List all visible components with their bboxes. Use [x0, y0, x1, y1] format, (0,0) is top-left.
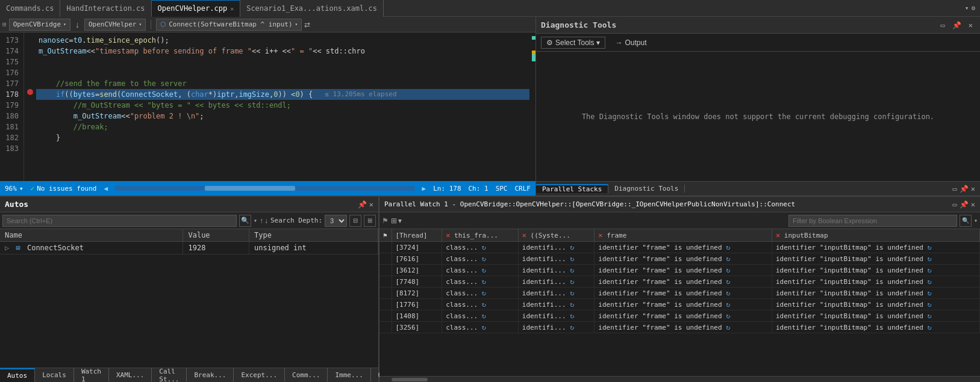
refresh-icon[interactable]: ↻	[570, 243, 574, 251]
code-content[interactable]: nanosec = t0.time_since_epoch(); m_OutSt…	[36, 32, 532, 181]
col-this-fra[interactable]: ✕ this_fra...	[442, 229, 519, 242]
panel-pin-icon[interactable]: 📌	[960, 185, 969, 193]
refresh-icon[interactable]: ↻	[726, 243, 730, 251]
tab-opencvhelper-cpp[interactable]: OpenCVHelper.cpp ✕	[152, 0, 241, 17]
refresh-icon[interactable]: ↻	[482, 266, 486, 274]
expand-icon[interactable]: ▷	[5, 244, 9, 252]
refresh-icon[interactable]: ↻	[928, 323, 932, 331]
parallel-table-container[interactable]: ⚑ [Thread] ✕ this_fra... ✕ ((Syste... ✕ …	[379, 229, 980, 376]
filter-dropdown-icon[interactable]: ▾	[974, 217, 978, 224]
tab-except[interactable]: Except...	[234, 368, 285, 382]
refresh-icon[interactable]: ↻	[570, 323, 574, 331]
tab-imme[interactable]: Imme...	[328, 368, 370, 382]
refresh-icon[interactable]: ↻	[570, 254, 574, 263]
refresh-icon[interactable]: ↻	[726, 323, 730, 331]
refresh-icon[interactable]: ↻	[928, 300, 932, 309]
sync-button[interactable]: ⇄	[304, 20, 310, 29]
tab-break[interactable]: Break...	[187, 368, 234, 382]
refresh-icon[interactable]: ↻	[726, 312, 730, 320]
col-type[interactable]: Type	[249, 229, 378, 242]
tab-scenario1[interactable]: Scenario1_Exa...ations.xaml.cs	[240, 0, 384, 17]
flag-button[interactable]: ⚑	[382, 217, 389, 225]
refresh-icon[interactable]: ↻	[482, 312, 486, 320]
panel-close-icon[interactable]: ✕	[971, 185, 975, 193]
select-tools-button[interactable]: ⚙ Select Tools ▾	[541, 37, 605, 49]
tab-close-icon[interactable]: ✕	[230, 5, 234, 12]
tab-dropdown-icon[interactable]: ▾	[965, 4, 969, 12]
refresh-icon[interactable]: ↻	[928, 277, 932, 286]
scroll-right-icon[interactable]: ▶	[422, 185, 426, 193]
refresh-icon[interactable]: ↻	[726, 266, 730, 274]
search-input[interactable]	[2, 215, 237, 227]
panel-min-icon[interactable]: ▭	[953, 185, 957, 193]
method-dropdown[interactable]: ⬡ Connect(SoftwareBitmap ^ input) ▾	[156, 19, 302, 31]
refresh-icon[interactable]: ↻	[726, 254, 730, 263]
expand-btn[interactable]: ⊞	[364, 215, 376, 227]
member-dropdown[interactable]: OpenCVHelper ▾	[84, 19, 146, 31]
diag-close-icon[interactable]: ✕	[966, 21, 975, 29]
autos-table-container[interactable]: Name Value Type ▷ ⊞ ConnectSocket 1928 u…	[0, 229, 378, 368]
class-dropdown[interactable]: OpenCVBridge ▾	[9, 19, 70, 31]
refresh-icon[interactable]: ↻	[482, 243, 486, 251]
collapse-btn[interactable]: ⊟	[349, 215, 361, 227]
refresh-icon[interactable]: ↻	[482, 323, 486, 331]
refresh-icon[interactable]: ↻	[570, 289, 574, 297]
depth-select[interactable]: 3	[325, 215, 347, 227]
tab-autos[interactable]: Autos	[0, 368, 35, 382]
diag-pin-icon[interactable]: 📌	[950, 21, 964, 29]
tab-parallel-stacks[interactable]: Parallel Stacks	[536, 184, 608, 193]
col-thread[interactable]: [Thread]	[392, 229, 442, 242]
col-name[interactable]: Name	[0, 229, 183, 242]
autos-close-icon[interactable]: ✕	[369, 200, 373, 209]
refresh-icon[interactable]: ↻	[570, 312, 574, 320]
refresh-icon[interactable]: ↻	[726, 300, 730, 309]
refresh-icon[interactable]: ↻	[928, 266, 932, 274]
autos-pin-icon[interactable]: 📌	[358, 200, 367, 209]
pw-min-icon[interactable]: ▭	[953, 200, 957, 209]
diag-min-icon[interactable]: ▭	[938, 21, 947, 29]
output-button[interactable]: → Output	[610, 37, 651, 48]
refresh-icon[interactable]: ↻	[570, 277, 574, 286]
filter-search-button[interactable]: 🔍	[960, 215, 972, 227]
refresh-icon[interactable]: ↻	[928, 254, 932, 263]
col-flag[interactable]: ⚑	[379, 229, 392, 242]
tab-handinteraction-cs[interactable]: HandInteraction.cs	[60, 0, 151, 17]
col-frame[interactable]: ✕ frame	[595, 229, 772, 242]
pw-pin-icon[interactable]: 📌	[960, 200, 969, 209]
scroll-left-icon[interactable]: ◀	[104, 185, 108, 193]
breakpoint-icon[interactable]	[27, 89, 33, 95]
refresh-icon[interactable]: ↻	[928, 312, 932, 320]
zoom-item[interactable]: 96% ▾	[5, 185, 23, 193]
col-value[interactable]: Value	[183, 229, 249, 242]
pw-close-icon[interactable]: ✕	[971, 200, 975, 209]
filter-input[interactable]	[788, 215, 957, 227]
tab-callst[interactable]: Call St...	[152, 368, 187, 382]
search-dropdown-icon[interactable]: ▾	[254, 217, 257, 224]
tab-xaml[interactable]: XAML...	[109, 368, 152, 382]
col-syste[interactable]: ✕ ((Syste...	[518, 229, 595, 242]
refresh-icon[interactable]: ↻	[570, 300, 574, 309]
col-inputbitmap[interactable]: ✕ inputBitmap	[772, 229, 979, 242]
refresh-icon[interactable]: ↻	[482, 300, 486, 309]
tab-watch-1-label[interactable]: Watch 1	[74, 368, 109, 382]
tab-comm[interactable]: Comm...	[285, 368, 328, 382]
refresh-icon[interactable]: ↻	[482, 289, 486, 297]
tab-settings-icon[interactable]: ⚙	[971, 4, 975, 12]
search-button[interactable]: 🔍	[239, 215, 251, 227]
up-button[interactable]: ↑	[260, 217, 263, 225]
tab-locals[interactable]: Locals	[35, 368, 74, 382]
refresh-icon[interactable]: ↻	[928, 243, 932, 251]
refresh-icon[interactable]: ↻	[482, 277, 486, 286]
refresh-icon[interactable]: ↻	[482, 254, 486, 263]
h-scroll-thumb[interactable]	[392, 378, 428, 381]
horizontal-scrollbar[interactable]	[379, 376, 980, 382]
refresh-icon[interactable]: ↻	[726, 289, 730, 297]
tab-commands-cs[interactable]: Commands.cs	[0, 0, 60, 17]
tab-diagnostic-tools[interactable]: Diagnostic Tools	[608, 185, 685, 193]
down-button[interactable]: ↓	[264, 217, 268, 225]
nav-prev-btn[interactable]: ↓	[73, 19, 82, 31]
refresh-icon[interactable]: ↻	[570, 266, 574, 274]
grid-button[interactable]: ⊞ ▾	[391, 217, 402, 225]
refresh-icon[interactable]: ↻	[726, 277, 730, 286]
refresh-icon[interactable]: ↻	[928, 289, 932, 297]
